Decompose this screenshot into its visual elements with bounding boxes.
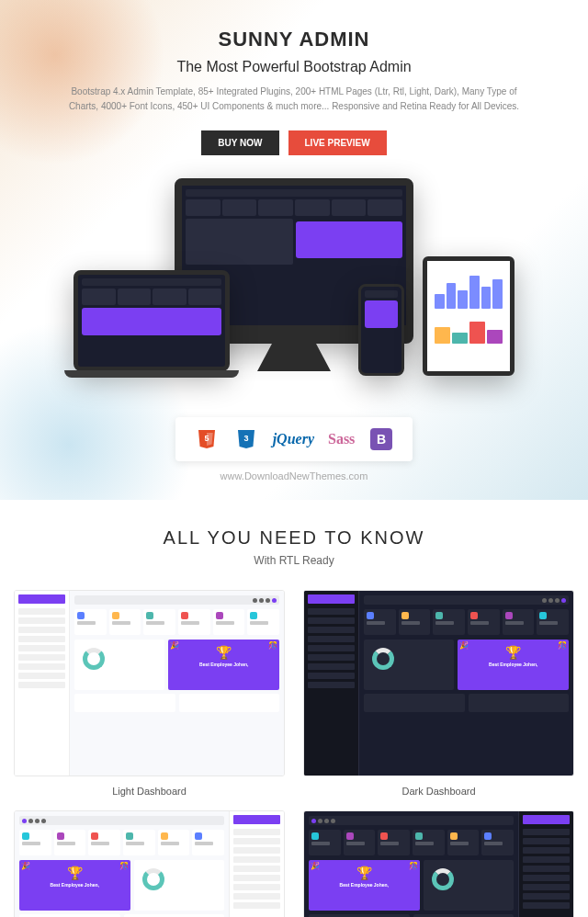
tech-logos: 5 3 jQuery Sass B <box>175 417 413 461</box>
bootstrap-icon: B <box>368 426 394 452</box>
light-dashboard-item: 🎉🎊Best Employee Johen, Light Dashboard <box>14 590 285 797</box>
stat-cards <box>309 830 514 855</box>
sass-icon: Sass <box>328 426 355 452</box>
cta-buttons: BUY NOW LIVE PREVIEW <box>18 130 570 155</box>
best-employee-card: 🎉🎊Best Employee Johen, <box>309 860 420 911</box>
svg-text:3: 3 <box>243 434 248 443</box>
stat-card <box>123 830 155 855</box>
stat-card <box>74 609 107 635</box>
stat-cards <box>19 830 224 855</box>
stat-card <box>213 609 245 635</box>
watermark: www.DownloadNewThemes.com <box>18 470 570 481</box>
screenshot-label: Dark Dashboard <box>303 786 574 797</box>
stat-card <box>344 830 376 855</box>
stat-card <box>537 609 569 635</box>
buy-now-button[interactable]: BUY NOW <box>201 130 278 155</box>
earning-summary-chart <box>424 860 514 911</box>
phone-mockup <box>358 284 404 376</box>
tablet-mockup <box>423 256 514 376</box>
best-employee-card: 🎉🎊Best Employee Johen, <box>458 640 569 690</box>
screenshot-grid: 🎉🎊Best Employee Johen, Light Dashboard <box>14 590 574 917</box>
css3-icon: 3 <box>233 426 259 452</box>
stat-card <box>192 830 224 855</box>
stat-card <box>447 830 480 855</box>
jquery-icon: jQuery <box>273 426 314 452</box>
stat-card <box>433 609 465 635</box>
earning-summary-chart <box>364 640 454 690</box>
svg-text:5: 5 <box>204 434 209 443</box>
earning-summary-chart <box>134 860 224 911</box>
screenshot-label: Light Dashboard <box>14 786 285 797</box>
laptop-mockup <box>74 270 230 371</box>
stat-card <box>399 609 431 635</box>
stat-cards <box>364 609 569 635</box>
stat-card <box>178 609 210 635</box>
dark-rtl-dashboard-item: 🎉🎊Best Employee Johen, Dark RTL Dashboar… <box>303 810 574 917</box>
stat-cards <box>74 609 279 635</box>
device-mockups <box>74 178 514 399</box>
live-preview-button[interactable]: LIVE PREVIEW <box>288 130 387 155</box>
light-dashboard-screenshot[interactable]: 🎉🎊Best Employee Johen, <box>14 590 285 776</box>
light-rtl-dashboard-screenshot[interactable]: 🎉🎊Best Employee Johen, <box>14 810 285 917</box>
earning-summary-chart <box>74 640 164 690</box>
page-title: SUNNY ADMIN <box>18 28 570 51</box>
stat-card <box>481 830 514 855</box>
stat-card <box>143 609 175 635</box>
dark-dashboard-screenshot[interactable]: 🎉🎊Best Employee Johen, <box>303 590 574 776</box>
stat-card <box>247 609 279 635</box>
stat-card <box>158 830 190 855</box>
description: Bootstrap 4.x Admin Template, 85+ Integr… <box>55 85 533 114</box>
best-employee-card: 🎉🎊Best Employee Johen, <box>168 640 279 690</box>
stat-card <box>413 830 445 855</box>
features-section: ALL YOU NEED TO KNOW With RTL Ready 🎉🎊Be… <box>0 500 588 917</box>
stat-card <box>88 830 120 855</box>
stat-card <box>19 830 51 855</box>
stat-card <box>54 830 86 855</box>
stat-card <box>309 830 341 855</box>
best-employee-card: 🎉🎊Best Employee Johen, <box>19 860 130 911</box>
dark-dashboard-item: 🎉🎊Best Employee Johen, Dark Dashboard <box>303 590 574 797</box>
subtitle: The Most Powerful Bootstrap Admin <box>18 59 570 75</box>
light-rtl-dashboard-item: 🎉🎊Best Employee Johen, Light RTL Dashboa… <box>14 810 285 917</box>
section-subheading: With RTL Ready <box>14 554 574 567</box>
stat-card <box>109 609 141 635</box>
stat-card <box>503 609 535 635</box>
stat-card <box>378 830 410 855</box>
dark-rtl-dashboard-screenshot[interactable]: 🎉🎊Best Employee Johen, <box>303 810 574 917</box>
stat-card <box>468 609 500 635</box>
hero-section: SUNNY ADMIN The Most Powerful Bootstrap … <box>0 0 588 500</box>
svg-text:B: B <box>377 432 386 447</box>
stat-card <box>364 609 396 635</box>
html5-icon: 5 <box>194 426 220 452</box>
section-heading: ALL YOU NEED TO KNOW <box>14 527 574 549</box>
